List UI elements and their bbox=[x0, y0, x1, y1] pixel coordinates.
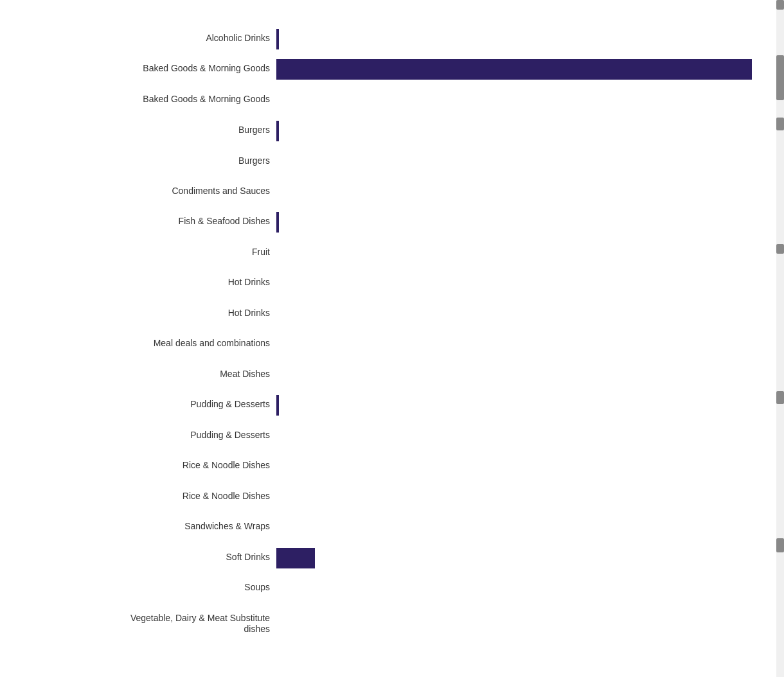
y-label-4: Burgers bbox=[0, 155, 270, 166]
y-label-12: Pudding & Desserts bbox=[0, 399, 270, 410]
scrollbar-thumb-5[interactable] bbox=[776, 538, 784, 552]
y-label-11: Meat Dishes bbox=[0, 369, 270, 380]
y-label-0: Alcoholic Drinks bbox=[0, 33, 270, 44]
y-label-19: Vegetable, Dairy & Meat Substitutedishes bbox=[0, 613, 270, 635]
bar-17 bbox=[276, 548, 315, 568]
y-label-8: Hot Drinks bbox=[0, 277, 270, 288]
y-label-6: Fish & Seafood Dishes bbox=[0, 216, 270, 227]
bar-0 bbox=[276, 29, 279, 49]
chart-container: Alcoholic DrinksBaked Goods & Morning Go… bbox=[0, 0, 784, 677]
scrollbar-thumb-4[interactable] bbox=[776, 391, 784, 404]
y-label-13: Pudding & Desserts bbox=[0, 430, 270, 441]
scrollbar-thumb-0[interactable] bbox=[776, 0, 784, 10]
scrollbar-thumb-2[interactable] bbox=[776, 118, 784, 130]
y-label-10: Meal deals and combinations bbox=[0, 338, 270, 349]
scrollbar-track[interactable] bbox=[776, 0, 784, 677]
y-label-2: Baked Goods & Morning Goods bbox=[0, 94, 270, 105]
bar-6 bbox=[276, 212, 279, 233]
y-axis: Alcoholic DrinksBaked Goods & Morning Go… bbox=[0, 0, 276, 677]
y-label-14: Rice & Noodle Dishes bbox=[0, 460, 270, 471]
bar-3 bbox=[276, 121, 279, 141]
y-label-7: Fruit bbox=[0, 247, 270, 258]
bar-area bbox=[276, 0, 758, 677]
y-label-9: Hot Drinks bbox=[0, 308, 270, 319]
y-label-16: Sandwiches & Wraps bbox=[0, 521, 270, 532]
y-label-3: Burgers bbox=[0, 125, 270, 136]
y-label-18: Soups bbox=[0, 582, 270, 593]
y-label-5: Condiments and Sauces bbox=[0, 186, 270, 197]
y-label-17: Soft Drinks bbox=[0, 552, 270, 563]
y-label-1: Baked Goods & Morning Goods bbox=[0, 63, 270, 74]
y-label-15: Rice & Noodle Dishes bbox=[0, 491, 270, 502]
bar-1 bbox=[276, 59, 752, 80]
scrollbar-thumb-1[interactable] bbox=[776, 55, 784, 100]
bar-12 bbox=[276, 395, 279, 416]
scrollbar-thumb-3[interactable] bbox=[776, 244, 784, 254]
